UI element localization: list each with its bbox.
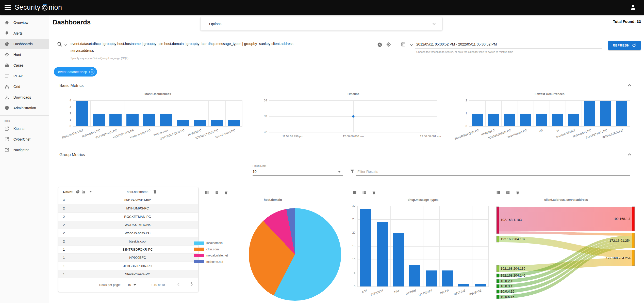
bar-RELEASE[interactable] xyxy=(475,284,486,286)
sidebar-item-grid[interactable]: Grid xyxy=(0,81,49,92)
bar-HP900BFC[interactable] xyxy=(488,114,499,127)
calendar-icon[interactable] xyxy=(401,42,406,47)
bar-btest.is.cool[interactable] xyxy=(160,114,172,127)
list-view-icon[interactable] xyxy=(506,190,510,195)
rows-per-page-dropdown-icon[interactable] xyxy=(134,284,136,286)
legend-item-mshome.net[interactable]: mshome.net xyxy=(194,259,228,265)
search-input[interactable]: event.dataset:dhcp | groupby host.hostna… xyxy=(71,40,383,54)
user-account-icon[interactable] xyxy=(630,4,636,11)
refresh-button[interactable]: REFRESH xyxy=(608,41,641,50)
bar-MYHUMPS-PC[interactable] xyxy=(584,101,595,126)
bar-REQUEST[interactable] xyxy=(377,222,388,286)
bar-38NTRGDFQKR-PC[interactable] xyxy=(472,114,483,127)
menu-icon[interactable] xyxy=(5,5,11,10)
sidebar-item-pcap[interactable]: PCAP xyxy=(0,71,49,81)
table-row[interactable]: 1JC3GB6JRD3R-PC xyxy=(58,262,198,270)
bar-8fd12edd2dc1462[interactable] xyxy=(76,101,88,126)
x-axis-label: NAK xyxy=(394,289,400,294)
table-row[interactable]: 1HP900BFC xyxy=(58,254,198,262)
list-view-icon[interactable] xyxy=(214,190,219,195)
x-axis-label: INFORM xyxy=(405,289,417,295)
table-row[interactable]: 2WORKSTATION6 xyxy=(58,221,198,229)
bar-NAK[interactable] xyxy=(393,233,404,286)
sidebar-item-downloads[interactable]: Downloads xyxy=(0,92,49,103)
bar-ROCKETMAN-PC[interactable] xyxy=(600,101,611,126)
legend-item-cfl.rr.com[interactable]: cfl.rr.com xyxy=(194,246,228,253)
pie-legend: localdomaincfl.rr.comno-calculate.netmsh… xyxy=(194,240,228,265)
bar-StevePowers-PC[interactable] xyxy=(228,120,240,126)
sidebar-tool-cyberchef[interactable]: CyberChef xyxy=(0,134,49,145)
bar-ACK[interactable] xyxy=(360,209,371,286)
legend-item-localdomain[interactable]: localdomain xyxy=(194,240,228,246)
bar-bt[interactable] xyxy=(552,114,563,127)
bar-DISCOVER[interactable] xyxy=(426,270,437,286)
bar-OFFER[interactable] xyxy=(442,270,453,286)
delete-panel-icon[interactable] xyxy=(515,190,520,195)
bar-JC3GB6JRD3R-PC[interactable] xyxy=(504,114,515,127)
collapse-group-metrics-icon[interactable] xyxy=(626,152,633,158)
svg-text:192.168.204.139: 192.168.204.139 xyxy=(501,267,525,270)
table-row[interactable]: 2ROCKETMAN-PC xyxy=(58,213,198,221)
legend-item-no-calculate.net[interactable]: no-calculate.net xyxy=(194,252,228,259)
bar-chart-toggle-icon[interactable] xyxy=(81,190,86,194)
bar-WORKSTATION6[interactable] xyxy=(616,101,627,126)
bar-38NTRGDFQKR-PC[interactable] xyxy=(177,120,189,126)
sidebar-item-cases[interactable]: Cases xyxy=(0,60,49,71)
count-cell: 2 xyxy=(63,239,65,243)
sidebar-item-dashboards[interactable]: Dashboards xyxy=(0,39,49,49)
filter-results-input[interactable]: Filter Results xyxy=(357,170,378,174)
bar-ROCKETMAN-PC[interactable] xyxy=(109,114,122,127)
count-cell: 1 xyxy=(63,264,65,268)
bar-Wade-is-boss-PC[interactable] xyxy=(143,114,155,127)
bar-INFORM[interactable] xyxy=(409,265,420,286)
pie-chart-toggle-icon[interactable] xyxy=(76,190,80,194)
query-actions-target-icon[interactable] xyxy=(386,42,391,47)
table-row[interactable]: 1StevePowers-PC xyxy=(58,270,198,278)
table-row[interactable]: 2btest.is.cool xyxy=(58,237,198,245)
table-view-icon[interactable] xyxy=(352,190,357,195)
remove-filter-icon[interactable]: ✕ xyxy=(89,69,94,74)
bar-DECLINE[interactable] xyxy=(458,284,469,286)
sidebar-item-administration[interactable]: Administration xyxy=(0,103,49,113)
clear-query-icon[interactable] xyxy=(377,42,382,47)
list-view-icon[interactable] xyxy=(362,190,367,195)
host-domain-pie-chart[interactable] xyxy=(249,208,341,301)
fetch-limit-dropdown-icon[interactable] xyxy=(338,171,341,173)
bar-Wii[interactable] xyxy=(536,114,547,127)
rows-per-page-select[interactable]: 10 xyxy=(127,283,131,287)
delete-panel-icon[interactable] xyxy=(224,190,228,195)
bar-HP900BFC[interactable] xyxy=(194,120,206,126)
sidebar-tool-kibana[interactable]: Kibana xyxy=(0,123,49,134)
table-view-icon[interactable] xyxy=(205,190,209,195)
query-history-chevron-icon[interactable] xyxy=(63,43,68,47)
next-page-icon[interactable] xyxy=(189,282,194,287)
sidebar-tool-navigator[interactable]: Navigator xyxy=(0,145,49,155)
fetch-limit-select[interactable]: 10 xyxy=(253,170,257,174)
table-row[interactable]: 138NTRGDFQKR-PC xyxy=(58,246,198,254)
sidebar-item-alerts[interactable]: Alerts xyxy=(0,28,49,39)
timespan-input[interactable]: 2012/05/11 05:30:52 PM - 2022/05/11 05:3… xyxy=(416,42,497,46)
collapse-basic-metrics-icon[interactable] xyxy=(626,82,633,88)
sidebar-item-label: Administration xyxy=(13,106,36,110)
table-view-icon[interactable] xyxy=(496,190,501,195)
timespan-chevron-icon[interactable] xyxy=(409,43,414,47)
sort-descending-icon[interactable] xyxy=(89,191,92,192)
sidebar-item-hunt[interactable]: Hunt xyxy=(0,49,49,60)
filter-chip[interactable]: event.dataset:dhcp ✕ xyxy=(54,67,97,77)
table-row[interactable]: 2MYHUMPS-PC xyxy=(58,204,198,213)
delete-panel-icon[interactable] xyxy=(372,190,376,195)
bar-sourcefi-399363[interactable] xyxy=(568,114,579,127)
remove-column-trash-icon[interactable] xyxy=(153,190,157,194)
bar-MYHUMPS-PC[interactable] xyxy=(93,114,105,127)
bar-StevePowers-PC[interactable] xyxy=(520,114,531,127)
table-row[interactable]: 2Wade-is-boss-PC xyxy=(58,229,198,237)
bar-WORKSTATION6[interactable] xyxy=(126,114,139,127)
count-column-header[interactable]: Count xyxy=(63,190,73,194)
bar-JC3GB6JRD3R-PC[interactable] xyxy=(211,120,223,126)
previous-page-icon[interactable] xyxy=(176,282,181,287)
options-dropdown[interactable]: Options xyxy=(201,17,442,31)
sidebar-item-overview[interactable]: Overview xyxy=(0,17,49,28)
timeline-data-point[interactable] xyxy=(352,115,354,118)
sidebar-item-label: Kibana xyxy=(13,127,25,131)
table-row[interactable]: 48fd12edd2dc1462 xyxy=(58,196,198,204)
